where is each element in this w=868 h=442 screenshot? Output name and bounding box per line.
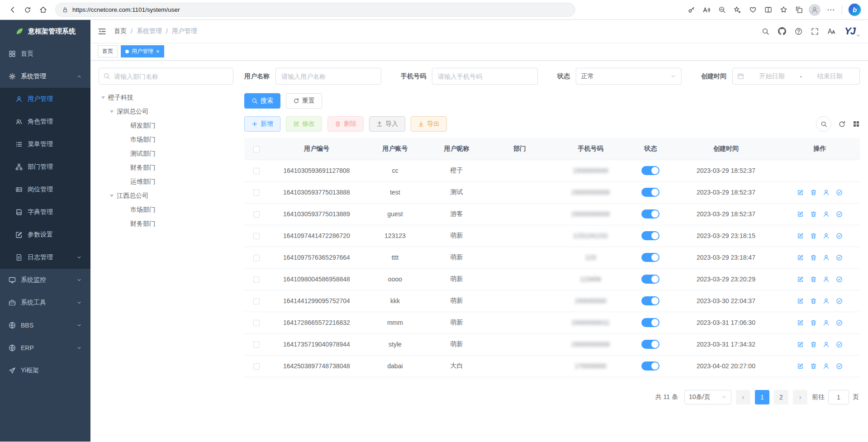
split-screen-icon[interactable] <box>761 3 775 17</box>
status-toggle[interactable] <box>641 340 659 349</box>
row-reset-password-icon[interactable] <box>823 233 830 239</box>
delete-button[interactable]: 删除 <box>327 116 364 132</box>
copilot-icon[interactable]: b <box>849 4 861 16</box>
row-delete-icon[interactable] <box>810 276 817 283</box>
add-favorite-icon[interactable] <box>730 3 745 17</box>
import-button[interactable]: 导入 <box>369 116 405 132</box>
search-button[interactable]: 搜索 <box>244 93 280 109</box>
sidebar-item-param-settings[interactable]: 参数设置 <box>0 223 90 246</box>
row-delete-icon[interactable] <box>810 254 817 261</box>
expand-caret-icon[interactable] <box>110 195 114 197</box>
row-checkbox[interactable] <box>253 320 260 326</box>
profile-avatar[interactable] <box>809 4 821 16</box>
sidebar-item-log-management[interactable]: 日志管理 <box>0 246 90 269</box>
row-reset-password-icon[interactable] <box>823 298 830 304</box>
sidebar-item-role-management[interactable]: 角色管理 <box>0 110 90 133</box>
tree-node[interactable]: 财务部门 <box>99 161 233 175</box>
row-checkbox[interactable] <box>253 363 260 370</box>
sidebar-item-user-management[interactable]: 用户管理 <box>0 88 90 110</box>
tree-node[interactable]: 测试部门 <box>99 147 233 161</box>
sidebar-item-menu-management[interactable]: 菜单管理 <box>0 133 90 156</box>
reset-button[interactable]: 重置 <box>286 93 322 109</box>
user-avatar[interactable]: YJ <box>844 26 861 36</box>
collapse-sidebar-icon[interactable] <box>98 27 106 36</box>
dept-search-input[interactable] <box>99 68 233 85</box>
goto-page-input[interactable] <box>828 390 849 404</box>
search-icon[interactable] <box>762 28 769 35</box>
status-toggle[interactable] <box>641 209 659 219</box>
sidebar-item-system-tools[interactable]: 系统工具 <box>0 291 90 314</box>
row-assign-role-icon[interactable] <box>836 189 843 196</box>
row-reset-password-icon[interactable] <box>823 276 830 283</box>
row-reset-password-icon[interactable] <box>823 211 830 218</box>
browser-reload-icon[interactable] <box>20 3 35 17</box>
date-start-placeholder[interactable]: 开始日期 <box>747 72 797 81</box>
row-edit-icon[interactable] <box>797 319 804 326</box>
url-text[interactable]: https://ccnetcore.com:1101/system/user <box>72 6 180 13</box>
row-edit-icon[interactable] <box>797 211 804 218</box>
browser-back-icon[interactable] <box>5 3 20 17</box>
status-toggle[interactable] <box>641 318 659 327</box>
tab-user-management[interactable]: 用户管理 × <box>121 45 164 57</box>
tree-node[interactable]: 橙子科技 <box>99 90 233 105</box>
sidebar-item-bbs[interactable]: BBS <box>0 314 90 337</box>
fullscreen-icon[interactable] <box>811 28 819 35</box>
row-delete-icon[interactable] <box>810 298 817 304</box>
sidebar-item-dict-management[interactable]: 字典管理 <box>0 201 90 223</box>
phone-input[interactable] <box>432 68 538 85</box>
row-delete-icon[interactable] <box>810 211 817 218</box>
show-search-toggle-icon[interactable] <box>816 116 831 132</box>
sidebar-item-system-management[interactable]: 系统管理 <box>0 65 90 88</box>
row-edit-icon[interactable] <box>797 233 804 239</box>
row-assign-role-icon[interactable] <box>836 319 843 326</box>
sidebar-item-dept-management[interactable]: 部门管理 <box>0 156 90 178</box>
edit-button[interactable]: 修改 <box>286 116 322 132</box>
expand-caret-icon[interactable] <box>110 110 114 113</box>
username-input[interactable] <box>275 68 381 85</box>
browser-essentials-icon[interactable] <box>745 3 760 17</box>
tree-node[interactable]: 深圳总公司 <box>99 105 233 119</box>
address-bar[interactable]: https://ccnetcore.com:1101/system/user <box>55 3 575 17</box>
row-assign-role-icon[interactable] <box>836 211 843 218</box>
row-delete-icon[interactable] <box>810 363 817 370</box>
row-assign-role-icon[interactable] <box>836 276 843 283</box>
help-icon[interactable] <box>795 28 802 35</box>
tree-node[interactable]: 市场部门 <box>99 133 233 147</box>
breadcrumb-system[interactable]: 系统管理 <box>137 27 162 35</box>
row-edit-icon[interactable] <box>797 298 804 304</box>
row-reset-password-icon[interactable] <box>823 363 830 370</box>
expand-caret-icon[interactable] <box>101 96 105 99</box>
row-edit-icon[interactable] <box>797 363 804 370</box>
read-aloud-icon[interactable] <box>699 3 714 17</box>
status-toggle[interactable] <box>641 188 659 197</box>
row-delete-icon[interactable] <box>810 341 817 348</box>
collections-icon[interactable] <box>792 3 806 17</box>
tree-node[interactable]: 运维部门 <box>99 175 233 189</box>
status-toggle[interactable] <box>641 361 659 371</box>
breadcrumb-home[interactable]: 首页 <box>114 27 127 35</box>
sidebar-item-system-monitor[interactable]: 系统监控 <box>0 269 90 291</box>
row-assign-role-icon[interactable] <box>836 363 843 370</box>
tree-node[interactable]: 江西总公司 <box>99 189 233 203</box>
date-range-picker[interactable]: 开始日期 - 结束日期 <box>732 68 860 85</box>
row-delete-icon[interactable] <box>810 319 817 326</box>
tab-home[interactable]: 首页 <box>98 45 118 57</box>
browser-home-icon[interactable] <box>35 3 51 17</box>
page-button-1[interactable]: 1 <box>755 390 769 404</box>
row-reset-password-icon[interactable] <box>823 341 830 348</box>
tree-node[interactable]: 研发部门 <box>99 119 233 133</box>
status-toggle[interactable] <box>641 231 659 240</box>
row-assign-role-icon[interactable] <box>836 233 843 239</box>
next-page-button[interactable]: › <box>793 390 807 404</box>
refresh-table-icon[interactable] <box>838 120 846 128</box>
add-button[interactable]: 新增 <box>244 116 280 132</box>
column-settings-icon[interactable] <box>853 120 860 128</box>
row-checkbox[interactable] <box>253 298 260 304</box>
status-toggle[interactable] <box>641 275 659 284</box>
row-edit-icon[interactable] <box>797 341 804 348</box>
row-delete-icon[interactable] <box>810 189 817 196</box>
zoom-out-icon[interactable] <box>715 3 729 17</box>
status-toggle[interactable] <box>641 296 659 305</box>
row-delete-icon[interactable] <box>810 233 817 239</box>
select-all-checkbox[interactable] <box>253 146 260 152</box>
